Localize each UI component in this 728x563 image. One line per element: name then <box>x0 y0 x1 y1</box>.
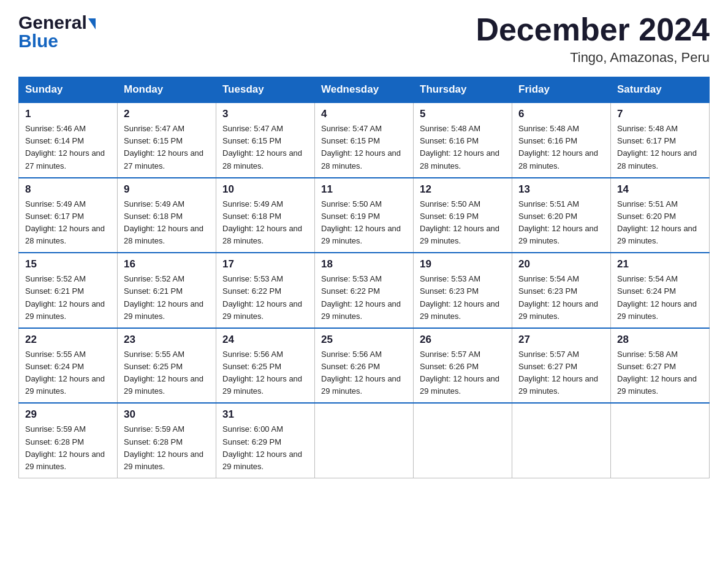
calendar-header-tuesday: Tuesday <box>216 77 315 103</box>
day-number: 31 <box>222 408 308 421</box>
day-info: Sunrise: 5:58 AMSunset: 6:27 PMDaylight:… <box>617 350 697 396</box>
week-row-5: 29 Sunrise: 5:59 AMSunset: 6:28 PMDaylig… <box>19 403 710 478</box>
day-number: 5 <box>420 108 506 120</box>
calendar-cell: 27 Sunrise: 5:57 AMSunset: 6:27 PMDaylig… <box>512 328 611 404</box>
week-row-4: 22 Sunrise: 5:55 AMSunset: 6:24 PMDaylig… <box>19 328 710 404</box>
day-info: Sunrise: 5:51 AMSunset: 6:20 PMDaylight:… <box>617 199 697 245</box>
calendar-header-row: SundayMondayTuesdayWednesdayThursdayFrid… <box>19 77 710 103</box>
calendar-header-thursday: Thursday <box>414 77 512 103</box>
calendar-cell <box>414 403 512 478</box>
calendar-cell: 3 Sunrise: 5:47 AMSunset: 6:15 PMDayligh… <box>216 102 315 178</box>
day-number: 7 <box>617 108 703 120</box>
calendar-cell <box>315 403 414 478</box>
day-info: Sunrise: 5:53 AMSunset: 6:23 PMDaylight:… <box>420 274 499 320</box>
calendar-cell <box>611 403 710 478</box>
day-info: Sunrise: 5:48 AMSunset: 6:16 PMDaylight:… <box>518 124 598 170</box>
logo-general-text: General <box>18 12 87 33</box>
calendar-cell: 22 Sunrise: 5:55 AMSunset: 6:24 PMDaylig… <box>19 328 118 404</box>
calendar-cell: 11 Sunrise: 5:50 AMSunset: 6:19 PMDaylig… <box>315 178 414 253</box>
day-number: 20 <box>518 258 604 270</box>
day-info: Sunrise: 5:54 AMSunset: 6:24 PMDaylight:… <box>617 274 697 320</box>
day-number: 2 <box>124 108 210 120</box>
calendar-cell: 1 Sunrise: 5:46 AMSunset: 6:14 PMDayligh… <box>19 102 118 178</box>
calendar-cell: 5 Sunrise: 5:48 AMSunset: 6:16 PMDayligh… <box>414 102 512 178</box>
calendar-cell: 12 Sunrise: 5:50 AMSunset: 6:19 PMDaylig… <box>414 178 512 253</box>
day-number: 27 <box>518 334 604 346</box>
calendar-cell: 7 Sunrise: 5:48 AMSunset: 6:17 PMDayligh… <box>611 102 710 178</box>
day-info: Sunrise: 6:00 AMSunset: 6:29 PMDaylight:… <box>222 424 302 470</box>
day-number: 22 <box>25 334 111 346</box>
day-info: Sunrise: 5:57 AMSunset: 6:26 PMDaylight:… <box>420 350 499 396</box>
day-info: Sunrise: 5:55 AMSunset: 6:24 PMDaylight:… <box>25 350 105 396</box>
calendar-cell: 14 Sunrise: 5:51 AMSunset: 6:20 PMDaylig… <box>611 178 710 253</box>
calendar-table: SundayMondayTuesdayWednesdayThursdayFrid… <box>18 77 710 478</box>
day-info: Sunrise: 5:49 AMSunset: 6:18 PMDaylight:… <box>124 199 203 245</box>
calendar-cell: 24 Sunrise: 5:56 AMSunset: 6:25 PMDaylig… <box>216 328 315 404</box>
calendar-cell: 18 Sunrise: 5:53 AMSunset: 6:22 PMDaylig… <box>315 253 414 328</box>
calendar-cell: 2 Sunrise: 5:47 AMSunset: 6:15 PMDayligh… <box>118 102 216 178</box>
calendar-cell: 17 Sunrise: 5:53 AMSunset: 6:22 PMDaylig… <box>216 253 315 328</box>
day-number: 19 <box>420 258 506 270</box>
calendar-cell: 19 Sunrise: 5:53 AMSunset: 6:23 PMDaylig… <box>414 253 512 328</box>
day-number: 4 <box>321 108 407 120</box>
calendar-header-friday: Friday <box>512 77 611 103</box>
day-info: Sunrise: 5:55 AMSunset: 6:25 PMDaylight:… <box>124 350 203 396</box>
day-number: 8 <box>25 183 111 196</box>
day-number: 10 <box>222 183 308 196</box>
calendar-cell: 28 Sunrise: 5:58 AMSunset: 6:27 PMDaylig… <box>611 328 710 404</box>
calendar-cell: 25 Sunrise: 5:56 AMSunset: 6:26 PMDaylig… <box>315 328 414 404</box>
day-info: Sunrise: 5:52 AMSunset: 6:21 PMDaylight:… <box>124 274 203 320</box>
calendar-header-saturday: Saturday <box>611 77 710 103</box>
day-number: 11 <box>321 183 407 196</box>
calendar-cell: 15 Sunrise: 5:52 AMSunset: 6:21 PMDaylig… <box>19 253 118 328</box>
calendar-cell <box>512 403 611 478</box>
day-info: Sunrise: 5:52 AMSunset: 6:21 PMDaylight:… <box>25 274 105 320</box>
calendar-cell: 13 Sunrise: 5:51 AMSunset: 6:20 PMDaylig… <box>512 178 611 253</box>
calendar-cell: 9 Sunrise: 5:49 AMSunset: 6:18 PMDayligh… <box>118 178 216 253</box>
day-info: Sunrise: 5:47 AMSunset: 6:15 PMDaylight:… <box>124 124 203 170</box>
day-number: 17 <box>222 258 308 270</box>
logo-blue-text: Blue <box>18 31 58 52</box>
day-number: 23 <box>124 334 210 346</box>
calendar-cell: 20 Sunrise: 5:54 AMSunset: 6:23 PMDaylig… <box>512 253 611 328</box>
day-info: Sunrise: 5:56 AMSunset: 6:26 PMDaylight:… <box>321 350 401 396</box>
calendar-header-wednesday: Wednesday <box>315 77 414 103</box>
day-info: Sunrise: 5:46 AMSunset: 6:14 PMDaylight:… <box>25 124 105 170</box>
location-title: Tingo, Amazonas, Peru <box>476 50 710 66</box>
day-number: 6 <box>518 108 604 120</box>
day-number: 26 <box>420 334 506 346</box>
week-row-3: 15 Sunrise: 5:52 AMSunset: 6:21 PMDaylig… <box>19 253 710 328</box>
day-number: 16 <box>124 258 210 270</box>
day-info: Sunrise: 5:47 AMSunset: 6:15 PMDaylight:… <box>321 124 401 170</box>
day-info: Sunrise: 5:56 AMSunset: 6:25 PMDaylight:… <box>222 350 302 396</box>
day-number: 3 <box>222 108 308 120</box>
calendar-cell: 6 Sunrise: 5:48 AMSunset: 6:16 PMDayligh… <box>512 102 611 178</box>
week-row-2: 8 Sunrise: 5:49 AMSunset: 6:17 PMDayligh… <box>19 178 710 253</box>
day-info: Sunrise: 5:50 AMSunset: 6:19 PMDaylight:… <box>321 199 401 245</box>
day-info: Sunrise: 5:59 AMSunset: 6:28 PMDaylight:… <box>124 424 203 470</box>
day-info: Sunrise: 5:50 AMSunset: 6:19 PMDaylight:… <box>420 199 499 245</box>
day-number: 29 <box>25 408 111 421</box>
day-info: Sunrise: 5:51 AMSunset: 6:20 PMDaylight:… <box>518 199 598 245</box>
page-header: General Blue December 2024 Tingo, Amazon… <box>18 12 710 66</box>
day-info: Sunrise: 5:53 AMSunset: 6:22 PMDaylight:… <box>222 274 302 320</box>
calendar-cell: 16 Sunrise: 5:52 AMSunset: 6:21 PMDaylig… <box>118 253 216 328</box>
week-row-1: 1 Sunrise: 5:46 AMSunset: 6:14 PMDayligh… <box>19 102 710 178</box>
calendar-cell: 29 Sunrise: 5:59 AMSunset: 6:28 PMDaylig… <box>19 403 118 478</box>
calendar-cell: 31 Sunrise: 6:00 AMSunset: 6:29 PMDaylig… <box>216 403 315 478</box>
day-info: Sunrise: 5:49 AMSunset: 6:18 PMDaylight:… <box>222 199 302 245</box>
calendar-cell: 21 Sunrise: 5:54 AMSunset: 6:24 PMDaylig… <box>611 253 710 328</box>
day-info: Sunrise: 5:48 AMSunset: 6:17 PMDaylight:… <box>617 124 697 170</box>
calendar-cell: 4 Sunrise: 5:47 AMSunset: 6:15 PMDayligh… <box>315 102 414 178</box>
day-number: 13 <box>518 183 604 196</box>
day-number: 9 <box>124 183 210 196</box>
day-number: 30 <box>124 408 210 421</box>
day-number: 25 <box>321 334 407 346</box>
calendar-header-monday: Monday <box>118 77 216 103</box>
day-number: 21 <box>617 258 703 270</box>
day-info: Sunrise: 5:57 AMSunset: 6:27 PMDaylight:… <box>518 350 598 396</box>
day-number: 18 <box>321 258 407 270</box>
day-info: Sunrise: 5:59 AMSunset: 6:28 PMDaylight:… <box>25 424 105 470</box>
day-number: 28 <box>617 334 703 346</box>
logo: General Blue <box>18 12 96 52</box>
